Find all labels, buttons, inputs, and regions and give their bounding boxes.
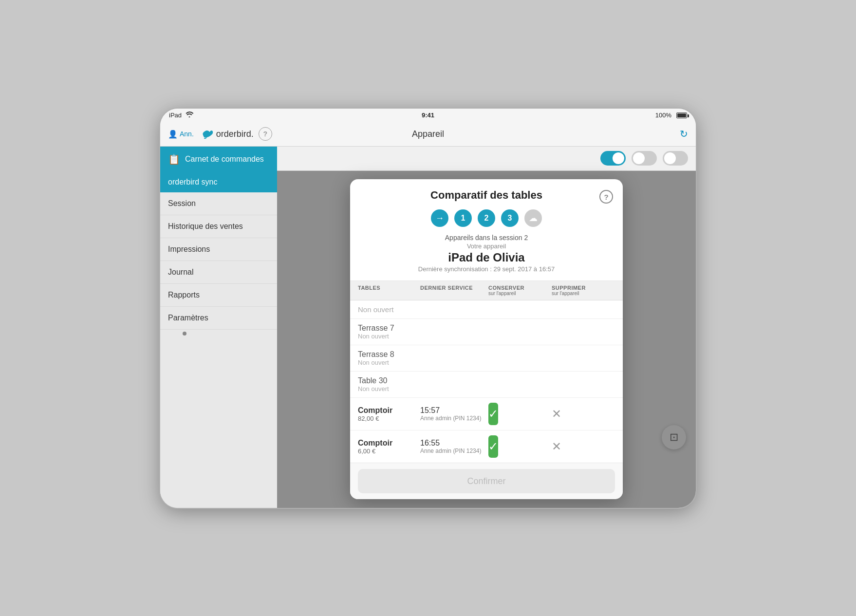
ann-label: Ann. — [180, 130, 194, 138]
th-supprimer: SUPPRIMER sur l'appareil — [552, 285, 615, 296]
row-name: Non ouvert — [358, 305, 420, 314]
step-1-label: 1 — [461, 214, 465, 223]
modal-title: Comparatif des tables — [362, 189, 611, 202]
step-3[interactable]: 3 — [501, 209, 519, 227]
row-name: Terrasse 7 Non ouvert — [358, 324, 420, 340]
steps: → 1 2 3 — [362, 209, 611, 227]
session-info: Appareils dans la session 2 — [362, 234, 611, 242]
device-label: iPad — [169, 112, 182, 119]
sidebar-header: 📋 Carnet de commandes — [160, 147, 277, 172]
sidebar-item-label: Impressions — [168, 245, 210, 253]
modal-help-icon: ? — [604, 193, 608, 201]
status-bar: iPad 9:41 100% — [160, 109, 696, 122]
step-arrow: → — [431, 209, 448, 227]
main-content: 📋 Carnet de commandes orderbird sync Ses… — [160, 147, 696, 508]
step-3-label: 3 — [508, 214, 512, 223]
step-cloud: ☁ — [524, 209, 542, 227]
sidebar-item-rapports[interactable]: Rapports — [160, 284, 277, 307]
row-time-area: 15:57 Anne admin (PIN 1234) — [420, 406, 488, 422]
sidebar-item-sync[interactable]: orderbird sync — [160, 172, 277, 192]
person-icon: 👤 — [168, 130, 178, 139]
sidebar-dot — [183, 332, 186, 336]
app-header: 👤 Ann. orderbird. ? Appareil ↻ — [160, 122, 696, 147]
modal-table-area: TABLES DERNIER SERVICE CONSERVER sur l'a… — [350, 281, 623, 463]
modal: Comparatif des tables ? → 1 — [350, 179, 623, 499]
delete-button-2[interactable]: ✕ — [552, 435, 561, 458]
keep-button-1[interactable]: ✓ — [488, 403, 498, 425]
header-title: Appareil — [412, 129, 444, 139]
table-row: Terrasse 7 Non ouvert — [350, 319, 623, 345]
status-time: 9:41 — [422, 112, 434, 119]
sidebar: 📋 Carnet de commandes orderbird sync Ses… — [160, 147, 277, 508]
right-panel: ⊡ Comparatif des tables ? — [277, 147, 696, 508]
help-icon: ? — [263, 130, 268, 138]
sync-info: Dernière synchronisation : 29 sept. 2017… — [362, 265, 611, 273]
ipad-frame: iPad 9:41 100% 👤 Ann. orderb — [160, 109, 696, 508]
row-name: Table 30 Non ouvert — [358, 376, 420, 392]
delete-button-1[interactable]: ✕ — [552, 403, 561, 425]
device-label-text: Votre appareil — [362, 243, 611, 250]
row-name-area: Comptoir 6,00 € — [358, 439, 420, 455]
modal-footer: Confirmer — [350, 463, 623, 499]
sidebar-item-historique[interactable]: Historique des ventes — [160, 215, 277, 238]
toggle-on-1[interactable] — [600, 151, 626, 166]
battery-icon — [676, 112, 687, 118]
ann-button[interactable]: 👤 Ann. — [168, 130, 194, 139]
sidebar-item-label: Historique des ventes — [168, 222, 243, 230]
th-tables: TABLES — [358, 285, 420, 296]
book-icon: 📋 — [168, 153, 180, 165]
sidebar-item-journal[interactable]: Journal — [160, 261, 277, 284]
table-row: Non ouvert — [350, 300, 623, 319]
orderbird-logo: orderbird. — [199, 128, 254, 140]
modal-help-button[interactable]: ? — [599, 190, 613, 204]
step-1[interactable]: 1 — [454, 209, 472, 227]
keep-button-2[interactable]: ✓ — [488, 435, 498, 458]
logo-text: orderbird. — [216, 129, 254, 139]
table-row: Terrasse 8 Non ouvert — [350, 345, 623, 372]
confirm-button[interactable]: Confirmer — [358, 469, 615, 493]
row-name: Terrasse 8 Non ouvert — [358, 350, 420, 366]
battery-percent: 100% — [655, 112, 671, 119]
table-header: TABLES DERNIER SERVICE CONSERVER sur l'a… — [350, 281, 623, 300]
toggle-off-2[interactable] — [663, 151, 688, 166]
th-dernier: DERNIER SERVICE — [420, 285, 488, 296]
table-row-comptoir-2: Comptoir 6,00 € 16:55 Anne admin (PIN 12… — [350, 430, 623, 463]
modal-header: Comparatif des tables ? → 1 — [350, 179, 623, 281]
modal-overlay: Comparatif des tables ? → 1 — [277, 171, 696, 508]
device-name: iPad de Olivia — [362, 251, 611, 264]
row-name-area: Comptoir 82,00 € — [358, 406, 420, 422]
table-row: Table 30 Non ouvert — [350, 372, 623, 398]
th-conserver: CONSERVER sur l'appareil — [488, 285, 552, 296]
refresh-button[interactable]: ↻ — [680, 128, 688, 140]
sidebar-item-session[interactable]: Session — [160, 192, 277, 215]
table-row-comptoir-1: Comptoir 82,00 € 15:57 Anne admin (PIN 1… — [350, 398, 623, 430]
right-header — [277, 147, 696, 171]
sidebar-item-label: Session — [168, 199, 196, 207]
arrow-icon: → — [435, 213, 444, 224]
wifi-icon — [186, 112, 193, 119]
step-2-label: 2 — [484, 214, 489, 223]
cloud-icon: ☁ — [529, 213, 538, 224]
sidebar-active-label: orderbird sync — [168, 178, 217, 186]
sidebar-item-label: Paramètres — [168, 314, 208, 322]
sidebar-item-label: Journal — [168, 268, 193, 276]
sidebar-item-impressions[interactable]: Impressions — [160, 238, 277, 261]
sidebar-header-label: Carnet de commandes — [185, 155, 264, 164]
step-2[interactable]: 2 — [478, 209, 495, 227]
sidebar-item-label: Rapports — [168, 291, 200, 299]
right-content: ⊡ Comparatif des tables ? — [277, 171, 696, 508]
header-help-button[interactable]: ? — [259, 127, 272, 141]
row-time-area: 16:55 Anne admin (PIN 1234) — [420, 439, 488, 454]
toggle-off-1[interactable] — [632, 151, 657, 166]
sidebar-item-parametres[interactable]: Paramètres — [160, 307, 277, 330]
